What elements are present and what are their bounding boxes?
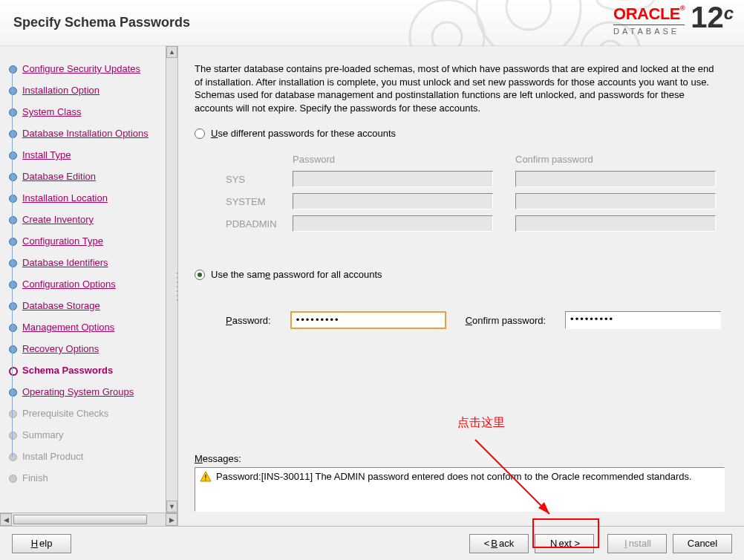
col-password: Password — [293, 154, 493, 165]
brand-oracle: ORACLE — [613, 4, 680, 23]
sidebar-item-label: System Class — [22, 106, 81, 117]
sidebar-item-label: Management Options — [22, 322, 114, 333]
col-confirm: Confirm password — [515, 154, 716, 165]
sidebar-item[interactable]: Database Edition — [22, 166, 166, 187]
scroll-right-arrow-icon[interactable]: ▶ — [166, 513, 177, 526]
header: Specify Schema Passwords ORACLE® DATABAS… — [0, 0, 744, 46]
system-password-input — [293, 193, 493, 209]
sidebar-item[interactable]: Install Type — [22, 144, 166, 166]
brand: ORACLE® DATABASE 12 c — [613, 4, 734, 36]
sidebar-item-label: Installation Location — [22, 192, 108, 204]
sidebar-item[interactable]: System Class — [22, 101, 166, 123]
radio-label: Use different passwords for these accoun… — [211, 128, 396, 139]
sidebar-item-label: Install Product — [22, 451, 83, 462]
confirm-label: Confirm password: — [466, 315, 546, 326]
sidebar-item[interactable]: Operating System Groups — [22, 381, 166, 403]
pdbadmin-password-input — [293, 215, 493, 232]
warning-icon — [200, 471, 212, 483]
sidebar-item[interactable]: Schema Passwords — [22, 359, 166, 381]
row-pdbadmin: PDBADMIN — [226, 218, 293, 229]
scroll-left-arrow-icon[interactable]: ◀ — [0, 513, 12, 526]
message-text: Password:[INS-30011] The ADMIN password … — [216, 471, 692, 484]
help-button[interactable]: Help — [12, 534, 71, 553]
confirm-password-input[interactable]: ••••••••• — [565, 311, 721, 329]
radio-same-password[interactable]: Use the same password for all accounts — [195, 269, 725, 280]
sidebar-item[interactable]: Management Options — [22, 316, 166, 338]
system-confirm-input — [515, 193, 716, 209]
row-sys: SYS — [226, 174, 293, 185]
sidebar-item[interactable]: Database Installation Options — [22, 123, 166, 144]
sidebar-item-label: Configuration Options — [22, 279, 116, 290]
password-input[interactable]: ••••••••• — [290, 311, 446, 329]
brand-database: DATABASE — [613, 25, 685, 36]
sidebar-item-label: Summary — [22, 429, 64, 440]
row-system: SYSTEM — [226, 196, 293, 207]
sidebar-item[interactable]: Create Inventory — [22, 209, 166, 230]
sidebar-item-label: Operating System Groups — [22, 386, 134, 397]
sidebar-item[interactable]: Installation Location — [22, 187, 166, 209]
page-title: Specify Schema Passwords — [13, 15, 190, 30]
main: Configure Security UpdatesInstallation O… — [0, 46, 744, 526]
sidebar-item-label: Installation Option — [22, 85, 99, 96]
svg-rect-11 — [205, 479, 206, 481]
sidebar-item-label: Finish — [22, 472, 48, 484]
same-password-fields: Password: ••••••••• Confirm password: ••… — [226, 311, 725, 329]
sys-password-input — [293, 171, 493, 187]
sidebar-item[interactable]: Installation Option — [22, 79, 166, 101]
sidebar: Configure Security UpdatesInstallation O… — [0, 46, 178, 526]
sidebar-item-label: Recovery Options — [22, 343, 99, 354]
cancel-button[interactable]: Cancel — [673, 534, 732, 553]
content-panel: The starter database contains pre-loaded… — [178, 46, 744, 526]
step-list: Configure Security UpdatesInstallation O… — [0, 58, 166, 489]
sidebar-item-label: Schema Passwords — [22, 365, 113, 376]
sidebar-item-label: Prerequisite Checks — [22, 408, 108, 419]
sidebar-item[interactable]: Recovery Options — [22, 338, 166, 359]
svg-point-3 — [506, 0, 551, 30]
sidebar-item: Summary — [22, 424, 166, 446]
brand-c: c — [724, 3, 734, 24]
back-button[interactable]: < Back — [469, 534, 529, 553]
sidebar-item-label: Create Inventory — [22, 214, 94, 225]
sidebar-item[interactable]: Database Identifiers — [22, 252, 166, 273]
brand-registered: ® — [680, 4, 685, 12]
sidebar-item[interactable]: Configuration Type — [22, 230, 166, 252]
sidebar-item-label: Install Type — [22, 149, 71, 160]
sidebar-item: Prerequisite Checks — [22, 403, 166, 424]
sidebar-item[interactable]: Configuration Options — [22, 273, 166, 295]
radio-different-passwords[interactable]: Use different passwords for these accoun… — [195, 128, 725, 139]
sidebar-item-label: Configuration Type — [22, 235, 103, 247]
install-button: Install — [607, 534, 667, 553]
messages-box: Password:[INS-30011] The ADMIN password … — [195, 467, 725, 512]
sidebar-item-label: Database Installation Options — [22, 128, 149, 139]
password-table: Password Confirm password SYS SYSTEM PDB… — [226, 154, 725, 232]
sidebar-item-label: Configure Security Updates — [22, 63, 140, 74]
sidebar-item[interactable]: Configure Security Updates — [22, 58, 166, 79]
sidebar-item-label: Database Edition — [22, 171, 96, 182]
scroll-thumb[interactable] — [13, 515, 147, 524]
sidebar-item[interactable]: Database Storage — [22, 295, 166, 316]
radio-icon[interactable] — [195, 128, 205, 139]
radio-icon[interactable] — [195, 270, 205, 280]
footer: Help < Back Next > Install Cancel — [0, 526, 744, 560]
intro-text: The starter database contains pre-loaded… — [195, 62, 714, 114]
messages-section: Messages: Password:[INS-30011] The ADMIN… — [195, 453, 725, 512]
pdbadmin-confirm-input — [515, 215, 716, 232]
sidebar-item: Install Product — [22, 446, 166, 467]
sidebar-item-label: Database Identifiers — [22, 257, 108, 268]
radio-label: Use the same password for all accounts — [211, 269, 382, 280]
sidebar-item-label: Database Storage — [22, 300, 100, 311]
brand-12: 12 — [691, 4, 724, 30]
messages-label: Messages: — [195, 453, 241, 464]
scroll-down-arrow-icon[interactable]: ▼ — [166, 501, 177, 512]
scroll-up-arrow-icon[interactable]: ▲ — [166, 46, 177, 58]
next-button[interactable]: Next > — [535, 534, 594, 553]
sidebar-horizontal-scrollbar[interactable]: ◀ ▶ — [0, 512, 177, 526]
password-label: Password: — [226, 315, 271, 326]
svg-rect-10 — [205, 475, 206, 478]
sidebar-item: Finish — [22, 467, 166, 489]
sys-confirm-input — [515, 171, 716, 187]
